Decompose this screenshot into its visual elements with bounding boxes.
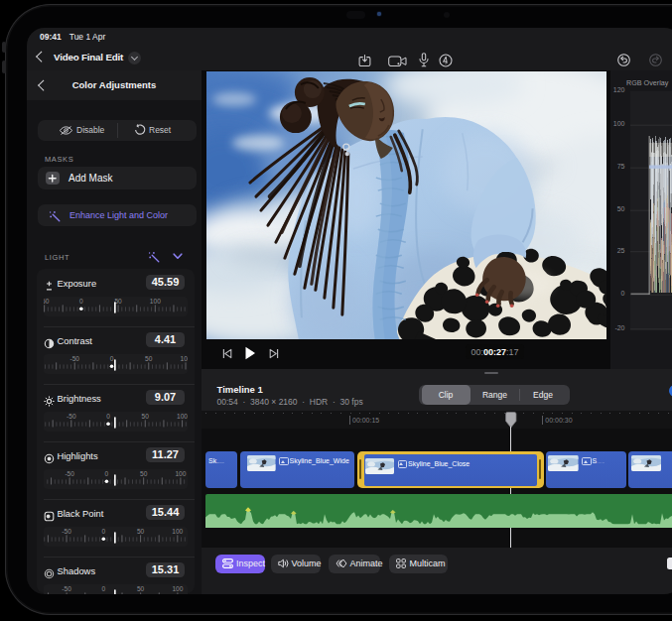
svg-text:0: 0: [101, 529, 105, 536]
svg-text:0: 0: [110, 356, 114, 363]
svg-text:50: 50: [137, 586, 145, 593]
svg-text:50: 50: [142, 414, 150, 421]
svg-text:-50: -50: [44, 299, 50, 306]
svg-text:-50: -50: [62, 586, 71, 593]
svg-text:100: 100: [175, 471, 186, 478]
svg-text:100: 100: [172, 586, 183, 593]
svg-text:50: 50: [137, 529, 145, 536]
svg-text:0: 0: [79, 299, 83, 306]
svg-text:100: 100: [172, 529, 183, 536]
svg-text:100: 100: [181, 356, 188, 363]
svg-text:-50: -50: [67, 414, 76, 421]
svg-text:-50: -50: [62, 529, 71, 536]
svg-text:50: 50: [140, 471, 148, 478]
svg-text:50: 50: [145, 356, 153, 363]
svg-text:-50: -50: [69, 356, 79, 363]
svg-text:0: 0: [105, 471, 109, 478]
svg-text:100: 100: [150, 299, 161, 306]
svg-text:0: 0: [106, 414, 110, 421]
svg-text:-50: -50: [65, 471, 74, 478]
svg-text:100: 100: [177, 414, 188, 421]
svg-text:0: 0: [102, 586, 106, 593]
